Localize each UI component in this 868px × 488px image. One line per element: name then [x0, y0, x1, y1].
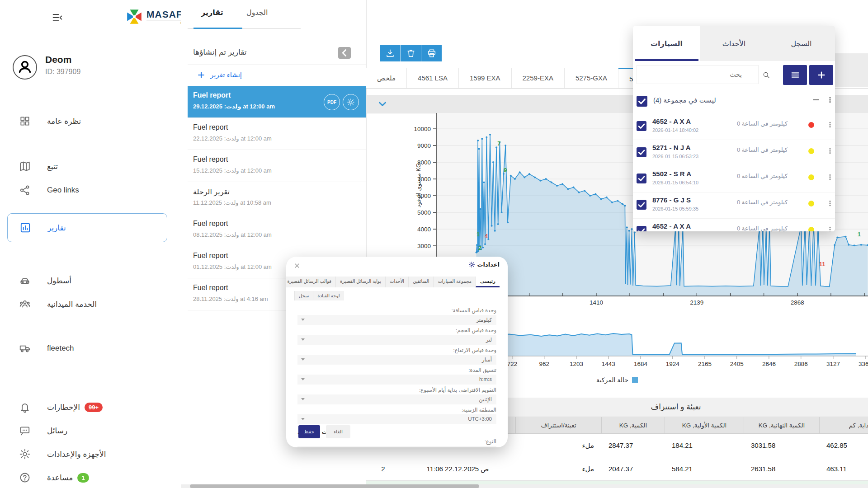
- kebab-menu-icon[interactable]: [826, 120, 834, 129]
- report-list-item[interactable]: Fuel report29.12.2025 :ولدت at 12:00 amP…: [188, 86, 366, 118]
- kebab-menu-icon[interactable]: [826, 199, 834, 208]
- sidebar-item-share[interactable]: Geo links: [0, 180, 180, 201]
- dialog-tab[interactable]: لوحة القيادة: [313, 291, 344, 300]
- sidebar-item-label: تتبع: [47, 162, 58, 171]
- brand-logo[interactable]: MASAFH مسافة: [126, 8, 190, 25]
- svg-text:9000: 9000: [417, 142, 431, 149]
- search-input[interactable]: [637, 65, 759, 84]
- notification-badge: 1: [77, 473, 89, 483]
- table-cell: 2631.58: [744, 457, 819, 480]
- field-value: لتر: [486, 337, 492, 343]
- avatar[interactable]: [13, 55, 37, 80]
- print-button[interactable]: [421, 45, 442, 61]
- kebab-menu-icon[interactable]: [826, 95, 834, 104]
- vehicle-speed: كيلومتر في الساعة 0: [737, 173, 798, 179]
- sidebar-item-question[interactable]: مساعدة1: [0, 467, 180, 488]
- vehicle-row[interactable]: 4652 - A X Aكيلومتر في الساعة 0: [633, 219, 835, 231]
- field-select[interactable]: الإثنين: [297, 394, 496, 404]
- table-cell: 2847.37: [601, 434, 665, 457]
- tab-reports[interactable]: تقارير: [201, 8, 223, 17]
- report-list-item[interactable]: Fuel report15.12.2025 :ولدت at 12:00 am: [188, 150, 366, 182]
- share-icon: [19, 184, 31, 196]
- sidebar-collapse-icon[interactable]: [51, 11, 64, 24]
- svg-text:مستوى الوقود KG: مستوى الوقود KG: [415, 163, 422, 207]
- question-icon: [19, 472, 31, 483]
- kebab-menu-icon[interactable]: [826, 173, 834, 182]
- sidebar-item-people[interactable]: الخدمة الميدانية: [0, 294, 180, 314]
- report-title: Fuel report: [193, 155, 228, 164]
- sidebar-item-grid[interactable]: نظرة عامة: [0, 111, 180, 131]
- vehicles-tab-other[interactable]: السجل: [768, 26, 835, 61]
- horizontal-scrollbar[interactable]: [181, 484, 868, 488]
- vehicle-checkbox[interactable]: [637, 200, 646, 210]
- add-vehicle-button[interactable]: [809, 65, 833, 85]
- report-list-item[interactable]: Fuel report22.12.2025 :ولدت at 12:00 am: [188, 118, 366, 150]
- vehicle-timestamp: 2026-01-15 06:53:23: [652, 154, 698, 159]
- sidebar-item-bell[interactable]: الإخطارات99+: [0, 397, 180, 418]
- dialog-tab[interactable]: الأحداث: [385, 277, 408, 287]
- vehicle-tab-5275-gxa[interactable]: 5275-GXA: [565, 68, 618, 88]
- vehicle-row[interactable]: 8776 - G J S2026-01-15 05:59:35كيلومتر ف…: [633, 192, 835, 219]
- vehicle-timestamp: 2026-01-15 06:54:10: [652, 180, 698, 185]
- dialog-tab[interactable]: بوابة الرسائل القصيرة: [335, 277, 385, 287]
- save-button[interactable]: حفظ: [298, 425, 320, 438]
- list-view-button[interactable]: [783, 65, 807, 85]
- vehicle-tab-1599-exa[interactable]: 1599 EXA: [459, 68, 512, 88]
- vehicles-tab-active[interactable]: السيارات: [633, 26, 700, 61]
- sidebar-item-truck[interactable]: fleetech: [0, 338, 180, 359]
- vehicle-speed: كيلومتر في الساعة 0: [737, 146, 798, 153]
- field-select[interactable]: أمتار: [297, 355, 496, 365]
- sidebar-item-bar-chart[interactable]: تقارير: [7, 213, 167, 242]
- dialog-tab[interactable]: رئيسي: [476, 277, 500, 287]
- sidebar-item-map[interactable]: تتبع: [0, 156, 180, 177]
- report-settings-button[interactable]: [343, 94, 359, 110]
- sidebar-item-car[interactable]: أسطول: [0, 270, 180, 291]
- dialog-tab[interactable]: سجل: [294, 291, 313, 300]
- create-report-button[interactable]: إنشاء تقرير: [188, 64, 366, 86]
- close-icon[interactable]: [293, 262, 301, 269]
- cancel-button[interactable]: الغاء: [326, 425, 350, 438]
- vehicle-checkbox[interactable]: [637, 226, 646, 231]
- tab-table[interactable]: الجدول: [246, 8, 268, 17]
- dialog-tab[interactable]: السائقين: [408, 277, 433, 287]
- kebab-menu-icon[interactable]: [826, 225, 834, 231]
- field-select[interactable]: لتر: [297, 335, 496, 345]
- svg-text:3000: 3000: [417, 243, 431, 249]
- vehicle-tab-4561-lsa[interactable]: 4561 LSA: [407, 68, 459, 88]
- field-select[interactable]: h:m:s: [297, 375, 496, 385]
- field-select[interactable]: كيلومتر: [297, 315, 496, 325]
- scrollbar-thumb[interactable]: [190, 484, 479, 488]
- table-row[interactable]: 211:06 22.12.2025 صملء2047.37584.212631.…: [366, 457, 868, 481]
- vehicle-checkbox[interactable]: [637, 147, 646, 157]
- download-button[interactable]: [380, 45, 401, 61]
- vehicle-row[interactable]: 5502 - S R A2026-01-15 06:54:10كيلومتر ف…: [633, 166, 835, 192]
- field-select[interactable]: UTC+3:00: [297, 414, 496, 424]
- vehicle-checkbox[interactable]: [637, 174, 646, 183]
- caret-down-icon: [301, 418, 305, 420]
- report-list-item[interactable]: Fuel report08.12.2025 :ولدت at 12:00 am: [188, 214, 366, 246]
- field-value: h:m:s: [479, 376, 492, 382]
- vehicles-tab-other[interactable]: الأحداث: [700, 26, 768, 61]
- pdf-button[interactable]: PDF: [324, 94, 340, 110]
- vehicle-tab-ملخص[interactable]: ملخص: [366, 68, 407, 88]
- chart-annotation: 7: [497, 140, 500, 147]
- dialog-tab[interactable]: مجموعة السيارات: [433, 277, 476, 287]
- field-select[interactable]: لا شيء: [297, 446, 496, 447]
- group-checkbox[interactable]: [637, 96, 647, 107]
- status-dot: [808, 227, 814, 231]
- bell-icon: [19, 401, 31, 413]
- sidebar-item-gear[interactable]: الأجهزة والإعدادات: [0, 444, 180, 465]
- minus-icon[interactable]: [811, 95, 821, 104]
- trash-button[interactable]: [401, 45, 421, 61]
- dialog-tab[interactable]: قوالب الرسائل القصيرة: [286, 277, 335, 287]
- report-list-item[interactable]: تقرير الرحلة11.12.2025 :ولدت at 10:58 am: [188, 182, 366, 214]
- sidebar-item-chat[interactable]: رسائل: [0, 420, 180, 441]
- caret-down-icon: [301, 358, 305, 361]
- kebab-menu-icon[interactable]: [826, 146, 834, 155]
- collapse-panel-button[interactable]: [338, 47, 351, 59]
- vehicle-row[interactable]: 5271 - N J A2026-01-15 06:53:23كيلومتر ف…: [633, 140, 835, 166]
- vehicle-tab-2259-exa[interactable]: 2259-EXA: [512, 68, 565, 88]
- vehicle-checkbox[interactable]: [637, 121, 646, 131]
- vehicle-row[interactable]: 4652 - A X A2026-01-14 18:40:02كيلومتر ف…: [633, 114, 835, 140]
- vehicle-group-row[interactable]: ليست في مجموعة (4): [633, 89, 835, 114]
